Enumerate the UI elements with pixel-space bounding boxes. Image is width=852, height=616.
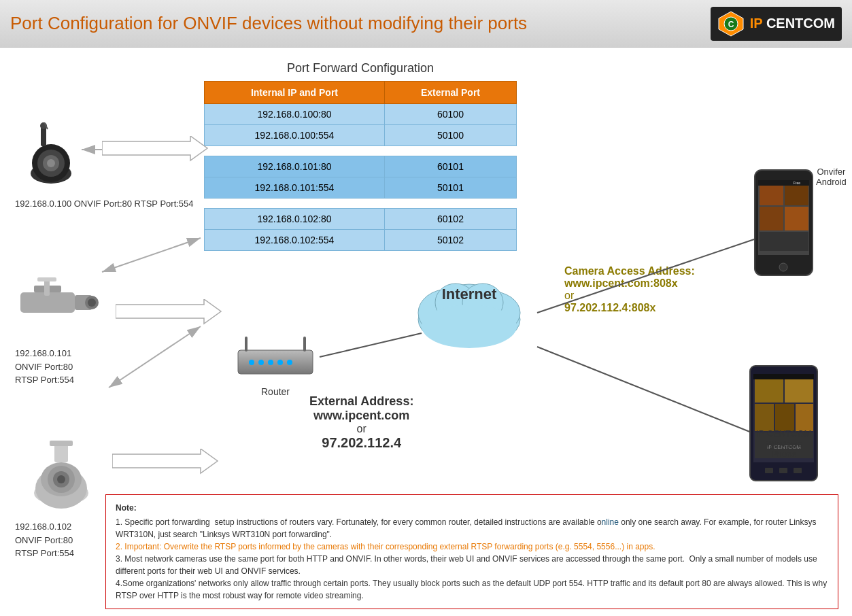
note-line1: 1. Specific port forwarding setup instru…: [116, 516, 828, 541]
header: Port Configuration for ONVIF devices wit…: [0, 0, 852, 48]
port-table-section: Port Forward Configuration Internal IP a…: [204, 61, 517, 251]
col-internal: Internal IP and Port: [205, 82, 385, 104]
svg-point-7: [47, 159, 55, 167]
svg-point-14: [88, 298, 96, 307]
svg-line-29: [102, 238, 201, 272]
external-address: External Address: www.ipcent.com or 97.2…: [309, 394, 413, 451]
arrow-cam2: [116, 299, 224, 326]
col-external: External Port: [384, 82, 516, 104]
note-line3: 3. Most network cameras use the same por…: [116, 553, 828, 577]
ext-address-ip: 97.202.112.4: [309, 435, 413, 451]
cell-ip: 192.168.0.101:554: [205, 177, 385, 199]
camera-2: [7, 272, 102, 336]
main-content: Port Forward Configuration Internal IP a…: [0, 48, 852, 616]
windows-phone-icon: IP CENTCOM: [748, 364, 819, 483]
camera-1: [14, 122, 88, 200]
table-row: 192.168.0.102:554 50102: [205, 230, 517, 251]
onvifer-label: OnviferAndroid: [816, 167, 847, 187]
logo-icon: C: [717, 10, 745, 37]
camera-1-label: 192.168.0.100 ONVIF Port:80 RTSP Port:55…: [15, 197, 194, 211]
ext-address-or: or: [309, 423, 413, 435]
camera-2-label: 192.168.0.101ONVIF Port:80RTSP Port:554: [15, 347, 74, 387]
svg-point-38: [249, 360, 254, 365]
svg-rect-37: [303, 337, 306, 352]
svg-point-23: [57, 475, 65, 483]
svg-point-42: [287, 360, 292, 365]
svg-line-52: [537, 347, 758, 435]
note-box: Note: 1. Specific port forwarding setup …: [105, 494, 838, 609]
cell-ip: 192.168.0.100:554: [205, 125, 385, 146]
internet-label: Internet: [442, 286, 497, 303]
cam-access-ip: 97.202.112.4:808x: [564, 302, 695, 314]
svg-rect-58: [785, 207, 808, 230]
svg-point-41: [277, 360, 283, 365]
svg-marker-32: [116, 299, 221, 324]
camera-access-address: Camera Access Address: www.ipcent.com:80…: [564, 265, 695, 314]
windows-phone-label: IP CENTCOMWindowsPhone: [756, 428, 811, 459]
svg-point-39: [258, 360, 264, 365]
table-row: 192.168.0.100:554 50100: [205, 125, 517, 146]
svg-rect-57: [760, 207, 783, 230]
cell-port: 50102: [384, 230, 516, 251]
svg-rect-68: [775, 404, 794, 431]
logo: C IP CENTCOM: [711, 7, 842, 41]
svg-point-49: [422, 305, 517, 348]
cam-access-title: Camera Access Address:: [564, 265, 695, 277]
svg-rect-73: [765, 468, 773, 473]
cell-port: 50100: [384, 125, 516, 146]
table-title: Port Forward Configuration: [204, 61, 517, 75]
arrow-cam1: [102, 136, 211, 163]
cell-port: 60101: [384, 156, 516, 177]
svg-point-40: [268, 360, 273, 365]
page-title: Port Configuration for ONVIF devices wit…: [10, 13, 527, 34]
svg-rect-17: [37, 277, 56, 281]
svg-rect-75: [794, 468, 802, 473]
port-forward-table: Internal IP and Port External Port 192.1…: [204, 81, 517, 251]
camera-3: [17, 428, 105, 519]
cam-access-url: www.ipcent.com:808x: [564, 277, 695, 290]
windows-phone: IP CENTCOM: [748, 364, 819, 485]
table-row: 192.168.0.102:80 60102: [205, 209, 517, 230]
ext-address-url: www.ipcent.com: [309, 409, 413, 423]
svg-rect-59: [760, 232, 808, 251]
svg-rect-60: [758, 180, 809, 186]
cell-port: 50101: [384, 177, 516, 199]
router-label: Router: [231, 386, 320, 397]
cell-ip: 192.168.0.102:554: [205, 230, 385, 251]
router-area: Router: [231, 333, 320, 397]
cell-port: 60102: [384, 209, 516, 230]
cell-ip: 192.168.0.100:80: [205, 104, 385, 125]
ext-address-title: External Address:: [309, 394, 413, 409]
table-row: 192.168.0.100:80 60100: [205, 104, 517, 125]
note-line2: 2. Important: Overwrite the RTSP ports i…: [116, 541, 828, 553]
svg-marker-33: [112, 449, 218, 473]
cam-access-or: or: [564, 290, 695, 302]
svg-text:Free: Free: [794, 181, 801, 185]
table-row: 192.168.0.101:554 50101: [205, 177, 517, 199]
router-icon: [231, 333, 320, 381]
internet-cloud-icon: [401, 272, 537, 354]
table-row-gap: [205, 146, 517, 156]
svg-marker-31: [102, 136, 207, 160]
table-row: 192.168.0.101:80 60101: [205, 156, 517, 177]
svg-rect-67: [755, 404, 774, 431]
svg-rect-74: [779, 468, 787, 473]
onvifer-phone: Free: [751, 167, 816, 281]
cell-ip: 192.168.0.102:80: [205, 209, 385, 230]
svg-rect-36: [245, 337, 248, 352]
svg-text:C: C: [728, 20, 734, 29]
svg-rect-69: [796, 404, 813, 431]
svg-point-62: [779, 263, 787, 271]
table-row-gap: [205, 199, 517, 209]
cell-ip: 192.168.0.101:80: [205, 156, 385, 177]
cell-port: 60100: [384, 104, 516, 125]
android-phone-icon: Free: [751, 167, 816, 279]
arrow-cam3: [112, 449, 221, 476]
camera-3-label: 192.168.0.102ONVIF Port:80RTSP Port:554: [15, 520, 74, 560]
internet-cloud-area: Internet: [401, 265, 537, 360]
logo-text: IP CENTCOM: [750, 16, 835, 31]
svg-rect-25: [50, 441, 73, 446]
svg-line-30: [109, 326, 201, 388]
note-title: Note:: [116, 502, 828, 514]
svg-rect-72: [753, 374, 814, 379]
